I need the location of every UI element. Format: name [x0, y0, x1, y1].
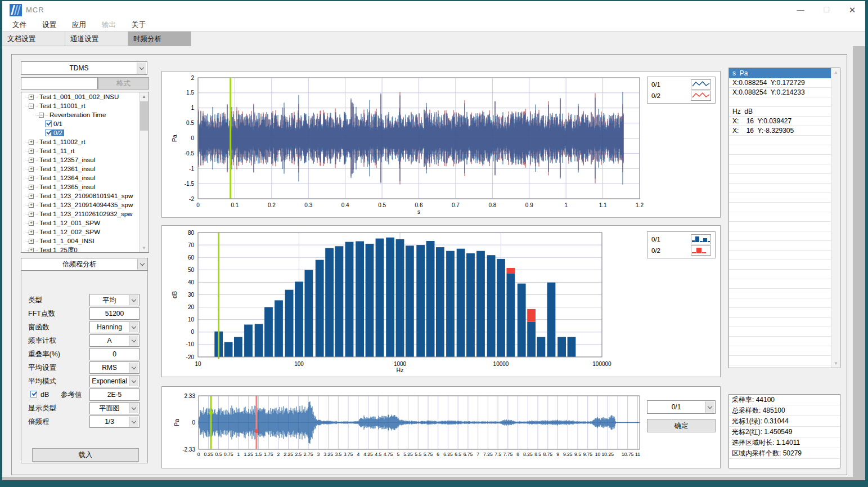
menu-item-apply[interactable]: 应用	[64, 19, 94, 31]
tree-item[interactable]: +Test 1_12_002_SPW	[21, 227, 149, 236]
svg-text:2: 2	[277, 452, 280, 457]
expand-icon[interactable]: +	[29, 167, 34, 172]
tree-item[interactable]: +Test 1_001_001_002_INSU	[21, 92, 149, 101]
scroll-up-icon[interactable]: ▲	[140, 92, 149, 101]
filter-input[interactable]	[21, 77, 98, 90]
chevron-down-icon[interactable]	[137, 259, 147, 270]
overview-channel-select[interactable]: 0/1	[647, 400, 716, 414]
confirm-button[interactable]: 确定	[647, 419, 716, 432]
readout-scrollbar[interactable]: ▲▼	[831, 68, 840, 368]
chevron-down-icon[interactable]	[129, 376, 138, 386]
tree-item[interactable]: +Test 1_12361_insul	[21, 164, 149, 173]
param-select[interactable]: 平均	[89, 294, 140, 306]
db-checkbox[interactable]	[30, 391, 37, 397]
collapse-icon[interactable]: −	[29, 104, 34, 109]
tab-time-frequency-analysis[interactable]: 时频分析	[128, 32, 191, 46]
chevron-down-icon[interactable]	[129, 322, 138, 332]
time-waveform-chart[interactable]: -2-1.5-1-0.500.511.5200.10.20.30.40.50.6…	[162, 72, 721, 218]
svg-text:0.3: 0.3	[304, 202, 312, 208]
tree-connector	[34, 151, 38, 151]
param-select[interactable]: 平面图	[89, 402, 140, 414]
expand-icon[interactable]: +	[29, 203, 34, 208]
tree-item[interactable]: +Test 1_12357_insul	[21, 155, 149, 164]
tree-item[interactable]: −Reverberation Time	[21, 110, 149, 119]
load-button[interactable]: 载入	[32, 448, 139, 462]
param-input[interactable]	[89, 307, 140, 320]
menu-item-settings[interactable]: 设置	[34, 19, 64, 31]
svg-text:3.5: 3.5	[335, 452, 341, 457]
menu-item-output[interactable]: 输出	[94, 19, 124, 31]
minimize-button[interactable]: —	[788, 1, 813, 19]
expand-icon[interactable]: +	[29, 221, 34, 226]
param-input[interactable]	[89, 388, 140, 401]
bar-series-icon	[691, 245, 711, 256]
menu-item-file[interactable]: 文件	[5, 19, 34, 31]
tree-item[interactable]: +Test 1_123_210914094435_spw	[21, 200, 149, 209]
close-button[interactable]: ✕	[839, 1, 865, 19]
channel-checkbox[interactable]	[45, 129, 52, 136]
chevron-down-icon[interactable]	[129, 363, 138, 373]
expand-icon[interactable]: +	[29, 158, 34, 163]
tree-item[interactable]: +Test 1_11002_rt	[21, 137, 149, 146]
svg-text:6.75: 6.75	[464, 452, 473, 457]
collapse-icon[interactable]: −	[39, 113, 44, 118]
param-select[interactable]: A	[89, 334, 140, 347]
tree-scrollbar[interactable]: ▲▼	[139, 92, 149, 252]
expand-icon[interactable]: +	[29, 140, 34, 145]
chevron-down-icon[interactable]	[137, 62, 146, 74]
param-select[interactable]: Hanning	[89, 321, 140, 333]
expand-icon[interactable]: +	[29, 176, 34, 181]
file-format-select[interactable]: TDMS	[21, 61, 147, 75]
overview-waveform-chart[interactable]: 00.250.50.7511.251.51.7522.252.52.7533.2…	[162, 387, 721, 469]
third-octave-spectrum-chart[interactable]: -20-100102030405060708010100100010000100…	[162, 226, 721, 378]
analysis-params-box: 类型平均FFT点数窗函数Hanning频率计权A重叠率(%)平均设置RMS平均模…	[21, 264, 148, 463]
expand-icon[interactable]: +	[29, 185, 34, 190]
tree-item[interactable]: 0/1	[21, 119, 149, 128]
svg-text:-10: -10	[186, 341, 195, 347]
tree-item[interactable]: +Test 1_12_001_SPW	[21, 218, 149, 227]
expand-icon[interactable]: +	[29, 212, 34, 217]
chevron-down-icon[interactable]	[129, 403, 138, 413]
tree-item[interactable]: +Test 1_123_211026102932_spw	[21, 209, 149, 218]
scroll-down-icon[interactable]: ▼	[831, 359, 840, 368]
param-select[interactable]: RMS	[89, 361, 140, 374]
chevron-down-icon[interactable]	[129, 417, 138, 427]
tab-document-settings[interactable]: 文档设置	[2, 32, 65, 46]
chevron-down-icon[interactable]	[129, 336, 138, 346]
expand-icon[interactable]: +	[29, 149, 34, 154]
maximize-button[interactable]: ☐	[813, 1, 839, 19]
chevron-down-icon[interactable]	[129, 295, 138, 305]
tree-item[interactable]: +Test 1_12365_insul	[21, 182, 149, 191]
format-button[interactable]: 格式	[98, 77, 149, 90]
chevron-down-icon[interactable]	[705, 401, 714, 413]
tree-item[interactable]: +Test 1_12364_insul	[21, 173, 149, 182]
red-cursor-handle[interactable]	[254, 429, 258, 433]
analysis-type-select[interactable]: 倍频程分析	[21, 258, 148, 271]
info-value: 50279	[783, 449, 802, 457]
expand-icon[interactable]: +	[29, 230, 34, 235]
tree-item[interactable]: 0/2	[21, 128, 149, 137]
expand-icon[interactable]: +	[29, 194, 34, 199]
readout-row	[729, 260, 840, 270]
bar-series-icon	[691, 234, 711, 244]
tab-channel-settings[interactable]: 通道设置	[65, 32, 128, 46]
expand-icon[interactable]: +	[29, 95, 34, 100]
tree-item[interactable]: −Test 1_11001_rt	[21, 101, 149, 110]
menu-item-about[interactable]: 关于	[124, 19, 154, 31]
readout-row	[729, 298, 840, 308]
scroll-down-icon[interactable]: ▼	[140, 244, 149, 252]
tree-item[interactable]: +Test 1_123_210908101941_spw	[21, 191, 149, 200]
param-select[interactable]: 1/3	[89, 415, 140, 428]
expand-icon[interactable]: +	[29, 239, 34, 244]
channel-checkbox[interactable]	[45, 120, 52, 127]
tree-item[interactable]: +Test 1_1_004_INSI	[21, 236, 149, 245]
param-select[interactable]: Exponential	[89, 375, 140, 387]
tree-item[interactable]: +Test 1_25度0	[21, 245, 149, 253]
scroll-thumb[interactable]	[140, 101, 148, 131]
scroll-up-icon[interactable]: ▲	[831, 68, 840, 77]
param-input[interactable]	[89, 348, 140, 360]
green-cursor-handle[interactable]	[209, 411, 213, 415]
tree-item[interactable]: +Test 1_11_rt	[21, 146, 149, 155]
svg-text:0: 0	[191, 329, 194, 335]
expand-icon[interactable]: +	[29, 248, 34, 253]
